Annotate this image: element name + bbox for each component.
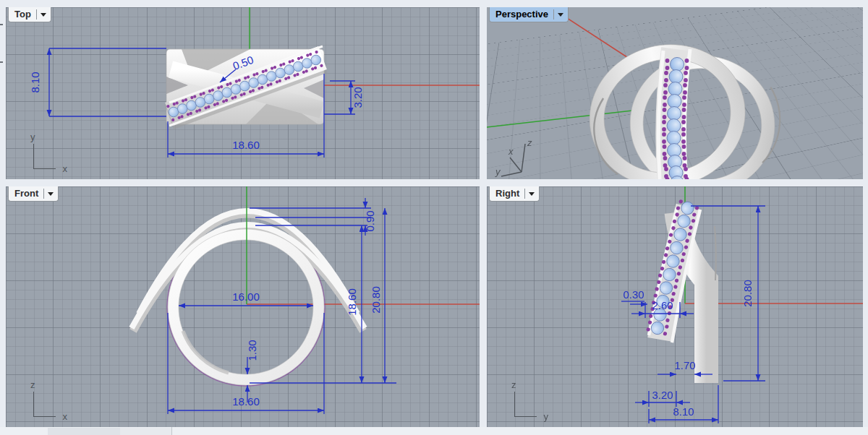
y-axis-line — [487, 110, 639, 127]
viewport-tab-top[interactable]: Top — [8, 7, 51, 22]
dim-gem-overhang[interactable]: 0.30 — [621, 288, 647, 304]
chevron-down-icon[interactable] — [529, 192, 535, 196]
viewport-top[interactable]: 8.10 0.50 3.20 18.60 Top y x — [6, 7, 480, 179]
front-view-scene: 16.00 0.90 18.60 20.80 1.30 — [6, 186, 480, 427]
viewport-tab-right-label: Right — [495, 188, 519, 199]
status-segment[interactable] — [120, 428, 171, 435]
axis-label-z: z — [30, 379, 35, 390]
viewport-tab-front-label: Front — [14, 188, 38, 199]
right-view-scene: 0.30 2.60 20.80 1.70 — [487, 186, 863, 427]
frame-tick — [0, 24, 3, 25]
status-divider — [171, 427, 172, 435]
dim-inner-diameter[interactable]: 16.00 — [179, 290, 313, 306]
axis-label-y: y — [544, 411, 549, 422]
svg-text:18.60: 18.60 — [346, 288, 358, 316]
axis-label-y: y — [30, 132, 35, 142]
axis-label-x: x — [63, 411, 68, 422]
dim-overall-height-top[interactable]: 8.10 — [29, 48, 166, 116]
svg-text:8.10: 8.10 — [29, 72, 41, 92]
ring-model-right-view[interactable] — [646, 198, 716, 383]
dim-band-width-right[interactable]: 3.20 — [635, 389, 690, 407]
status-bar — [0, 427, 868, 435]
viewport-front[interactable]: 16.00 0.90 18.60 20.80 1.30 — [6, 186, 480, 427]
svg-text:18.60: 18.60 — [232, 395, 260, 408]
axis-label-y: y — [495, 166, 501, 177]
svg-text:3.20: 3.20 — [652, 389, 673, 401]
perspective-scene: z x y — [487, 7, 863, 179]
ring-model-perspective[interactable] — [574, 28, 790, 179]
svg-text:2.60: 2.60 — [652, 299, 673, 311]
viewport-tab-front[interactable]: Front — [8, 186, 59, 202]
axis-label-z: z — [511, 379, 516, 390]
axis-label-x: x — [63, 163, 68, 174]
svg-text:20.80: 20.80 — [370, 286, 382, 314]
svg-text:20.80: 20.80 — [741, 280, 754, 307]
axis-gizmo-top: y x — [33, 144, 56, 169]
svg-text:18.60: 18.60 — [232, 139, 260, 151]
dim-band-width-top[interactable]: 3.20 — [324, 81, 364, 114]
svg-text:1.30: 1.30 — [246, 340, 258, 361]
frame-tick — [0, 61, 3, 63]
status-segment[interactable] — [48, 428, 120, 435]
axis-label-x: x — [508, 146, 514, 157]
svg-text:1.70: 1.70 — [674, 359, 695, 371]
svg-text:16.00: 16.00 — [232, 290, 260, 303]
viewport-tab-perspective[interactable]: Perspective — [489, 7, 569, 22]
axis-gizmo-front: z x — [33, 392, 56, 417]
viewport-tab-top-label: Top — [14, 9, 31, 20]
axis-gizmo-perspective: z x y — [495, 137, 532, 177]
axis-label-z: z — [527, 137, 532, 148]
viewport-tab-right[interactable]: Right — [489, 186, 540, 202]
svg-text:0.30: 0.30 — [623, 288, 644, 301]
rhino-cad-window: 8.10 0.50 3.20 18.60 Top y x — [0, 0, 868, 435]
tab-separator — [553, 9, 554, 20]
dim-band-thickness[interactable]: 1.30 — [246, 340, 258, 402]
tab-separator — [43, 189, 44, 199]
chevron-down-icon[interactable] — [41, 13, 46, 17]
viewport-perspective[interactable]: z x y Perspective — [487, 7, 863, 179]
viewport-right[interactable]: 0.30 2.60 20.80 1.70 — [487, 186, 863, 427]
svg-text:3.20: 3.20 — [352, 87, 364, 108]
chevron-down-icon[interactable] — [558, 13, 563, 17]
chevron-down-icon[interactable] — [48, 192, 54, 196]
tab-separator — [524, 189, 525, 199]
svg-text:0.90: 0.90 — [364, 210, 376, 231]
top-view-scene: 8.10 0.50 3.20 18.60 — [6, 7, 480, 179]
tab-separator — [36, 9, 37, 20]
viewport-tab-perspective-label: Perspective — [495, 9, 548, 20]
svg-text:8.10: 8.10 — [673, 405, 694, 418]
axis-gizmo-right: z y — [514, 392, 537, 417]
